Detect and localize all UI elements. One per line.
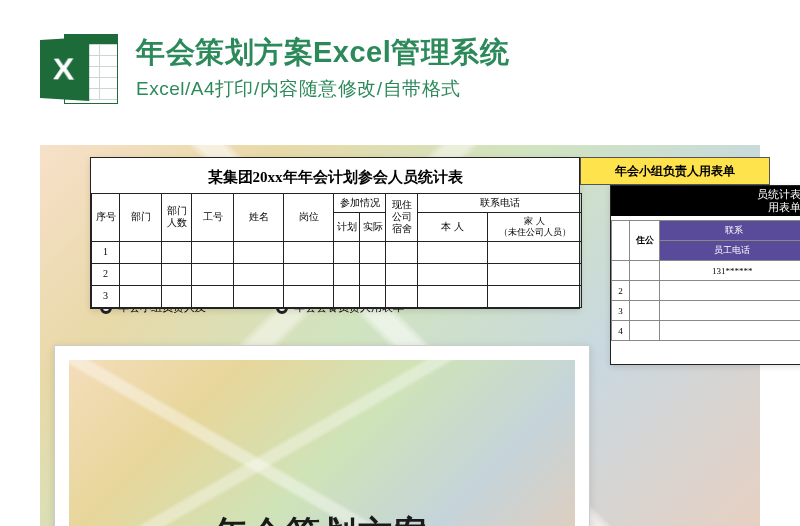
attendee-table-title: 某集团20xx年年会计划参会人员统计表 [91,164,579,193]
right-mini-table: 住公 联系 员工电话 131****** 2 3 4 [611,220,800,341]
col-emp-no: 工号 [192,194,234,242]
right-table-card: 员统计表 用表单 住公 联系 员工电话 131****** 2 3 4 [610,185,800,365]
col-emp-phone: 员工电话 [660,241,801,261]
table-row: 2 [612,281,801,301]
col-phone: 联系电话 [418,194,582,213]
right-black-header: 员统计表 用表单 [611,186,800,216]
page-title: 年会策划方案Excel管理系统 [136,34,509,70]
table-row: 1 [92,241,582,263]
col-phone-self: 本 人 [418,213,488,242]
table-row: 4 [612,321,801,341]
scheme-card: 年会策划方案 [54,345,590,526]
header: X 年会策划方案Excel管理系统 Excel/A4打印/内容随意修改/自带格式 [0,0,800,123]
col-name: 姓名 [234,194,284,242]
col-attend-plan: 计划 [334,213,360,242]
col-attend: 参加情况 [334,194,386,213]
excel-x-letter: X [53,51,74,87]
col-phone-family: 家 人 （未住公司人员） [488,213,582,242]
yellow-tab: 年会小组负责人用表单 [580,157,770,185]
table-row: 3 [612,301,801,321]
excel-icon: X [40,30,118,108]
preview-stage: 某集团20xx年年会计划参会人员统计表 序号 部门 部门人数 工号 姓名 岗位 … [40,145,760,526]
col-seq: 序号 [92,194,120,242]
yellow-tab-label: 年会小组负责人用表单 [615,163,735,180]
col-stay: 现住公司宿舍 [386,194,418,242]
col-attend-actual: 实际 [360,213,386,242]
attendee-table: 序号 部门 部门人数 工号 姓名 岗位 参加情况 现住公司宿舍 联系电话 计划 … [91,193,582,308]
table-row: 3 [92,285,582,307]
scheme-title: 年会策划方案 [69,511,575,526]
table-row: 131****** [612,261,801,281]
table-row: 2 [92,263,582,285]
page-subtitle: Excel/A4打印/内容随意修改/自带格式 [136,76,509,102]
col-dept-count: 部门人数 [162,194,192,242]
attendee-table-card: 某集团20xx年年会计划参会人员统计表 序号 部门 部门人数 工号 姓名 岗位 … [90,157,580,309]
col-post: 岗位 [284,194,334,242]
col-dept: 部门 [120,194,162,242]
